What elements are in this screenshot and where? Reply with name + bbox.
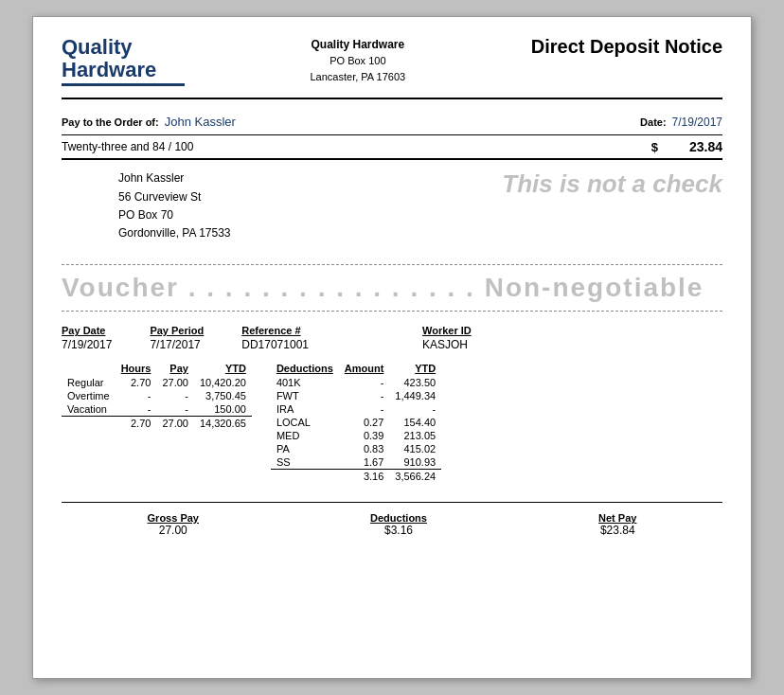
- address-line1: John Kassler: [118, 169, 231, 187]
- address-line4: Gordonville, PA 17533: [118, 224, 231, 242]
- deductions-total-label: [271, 470, 339, 484]
- deductions-total-ytd: 3,566.24: [389, 470, 441, 484]
- local-ytd: 154.40: [389, 416, 441, 429]
- company-address1: PO Box 100: [185, 53, 531, 69]
- date-value: 7/19/2017: [672, 116, 722, 129]
- earnings-table: Hours Pay YTD Regular 2.70 27.00 10,420.…: [62, 361, 252, 483]
- address-line3: PO Box 70: [118, 206, 231, 224]
- reference-label: Reference #: [241, 325, 309, 336]
- table-row: IRA - -: [271, 402, 441, 416]
- fwt-ytd: 1,449.34: [389, 389, 441, 402]
- address-line2: 56 Curveview St: [118, 188, 231, 206]
- table-row: LOCAL 0.27 154.40: [271, 416, 441, 429]
- earnings-data-table: Hours Pay YTD Regular 2.70 27.00 10,420.…: [62, 361, 252, 430]
- company-info: Quality Hardware PO Box 100 Lancaster, P…: [185, 36, 531, 84]
- logo-line2: Hardware: [62, 59, 185, 81]
- net-pay-value: $23.84: [598, 524, 636, 537]
- net-pay-col: Net Pay $23.84: [598, 512, 636, 537]
- logo-line1: Quality: [62, 36, 185, 59]
- ss-label: SS: [271, 455, 339, 470]
- company-name: Quality Hardware: [185, 36, 531, 53]
- dollar-sign: $: [651, 140, 658, 154]
- gross-pay-col: Gross Pay 27.00: [148, 512, 199, 537]
- pay-date-label: Pay Date: [62, 325, 112, 336]
- overtime-hours: -: [116, 389, 157, 402]
- tables-section: Hours Pay YTD Regular 2.70 27.00 10,420.…: [62, 361, 722, 483]
- regular-label: Regular: [62, 376, 116, 389]
- voucher-section: Voucher . . . . . . . . . . . . . . . . …: [62, 264, 722, 312]
- table-row: MED 0.39 213.05: [271, 429, 441, 442]
- ss-amount: 1.67: [339, 455, 390, 470]
- fwt-label: FWT: [271, 389, 339, 402]
- pay-period-col: Pay Period 7/17/2017: [150, 325, 204, 351]
- not-check-section: This is not a check John Kassler 56 Curv…: [62, 160, 722, 264]
- 401k-amount: -: [339, 376, 390, 389]
- amount-value: 23.84: [666, 139, 722, 154]
- logo-underline: [62, 83, 185, 86]
- regular-hours: 2.70: [116, 376, 157, 389]
- total-label: [62, 417, 116, 431]
- overtime-ytd: 3,750.45: [194, 389, 252, 402]
- net-pay-label: Net Pay: [598, 512, 636, 524]
- local-label: LOCAL: [271, 416, 339, 429]
- vacation-label: Vacation: [62, 402, 116, 417]
- 401k-ytd: 423.50: [389, 376, 441, 389]
- overtime-pay: -: [156, 389, 194, 402]
- ira-label: IRA: [271, 402, 339, 416]
- deductions-total-amount: 3.16: [339, 470, 390, 484]
- ss-ytd: 910.93: [389, 455, 441, 470]
- pa-ytd: 415.02: [389, 442, 441, 455]
- amount-words: Twenty-three and 84 / 100: [62, 140, 651, 153]
- not-a-check-text: This is not a check: [502, 169, 722, 199]
- amount-row: Twenty-three and 84 / 100 $ 23.84: [62, 135, 722, 160]
- total-pay: 27.00: [156, 417, 194, 431]
- table-row: Vacation - - 150.00: [62, 402, 252, 417]
- regular-ytd: 10,420.20: [194, 376, 252, 389]
- worker-id-value: KASJOH: [422, 338, 472, 351]
- total-ytd: 14,320.65: [194, 417, 252, 431]
- hours-header: Hours: [116, 361, 157, 376]
- 401k-label: 401K: [271, 376, 339, 389]
- ira-ytd: -: [389, 402, 441, 416]
- header: Quality Hardware Quality Hardware PO Box…: [62, 36, 722, 99]
- reference-value: DD17071001: [241, 338, 309, 351]
- deductions-col-header: Deductions: [271, 361, 339, 376]
- pay-period-label: Pay Period: [150, 325, 204, 336]
- date-label: Date:: [640, 116, 667, 128]
- local-amount: 0.27: [339, 416, 390, 429]
- fwt-amount: -: [339, 389, 390, 402]
- amount-col-header: Amount: [339, 361, 390, 376]
- ira-amount: -: [339, 402, 390, 416]
- table-row: 401K - 423.50: [271, 376, 441, 389]
- reference-col: Reference # DD17071001: [241, 325, 309, 351]
- summary-row: Gross Pay 27.00 Deductions $3.16 Net Pay…: [62, 502, 722, 537]
- gross-pay-label: Gross Pay: [148, 512, 199, 524]
- med-ytd: 213.05: [389, 429, 441, 442]
- pay-to-name: John Kassler: [165, 115, 640, 129]
- pay-to-label: Pay to the Order of:: [62, 116, 159, 128]
- deductions-ytd-header: YTD: [389, 361, 441, 376]
- voucher-header-row: Pay Date 7/19/2017 Pay Period 7/17/2017 …: [62, 325, 722, 351]
- earnings-row-header: [62, 361, 116, 376]
- pay-date-value: 7/19/2017: [62, 338, 112, 351]
- earnings-total-row: 2.70 27.00 14,320.65: [62, 417, 252, 431]
- notice-title: Direct Deposit Notice: [531, 36, 722, 58]
- table-row: Overtime - - 3,750.45: [62, 389, 252, 402]
- table-row: PA 0.83 415.02: [271, 442, 441, 455]
- table-row: FWT - 1,449.34: [271, 389, 441, 402]
- deductions-total-row: 3.16 3,566.24: [271, 470, 441, 484]
- worker-id-col: Worker ID KASJOH: [422, 325, 472, 351]
- address-block: John Kassler 56 Curveview St PO Box 70 G…: [118, 169, 231, 242]
- pay-date-col: Pay Date 7/19/2017: [62, 325, 112, 351]
- med-amount: 0.39: [339, 429, 390, 442]
- pa-amount: 0.83: [339, 442, 390, 455]
- total-hours: 2.70: [116, 417, 157, 431]
- pay-header: Pay: [156, 361, 194, 376]
- pa-label: PA: [271, 442, 339, 455]
- deductions-table: Deductions Amount YTD 401K - 423.50 FWT …: [271, 361, 722, 483]
- gross-pay-value: 27.00: [148, 524, 199, 537]
- voucher-text: Voucher . . . . . . . . . . . . . . . . …: [62, 273, 704, 302]
- ytd-header: YTD: [194, 361, 252, 376]
- logo-area: Quality Hardware: [62, 36, 185, 86]
- deductions-data-table: Deductions Amount YTD 401K - 423.50 FWT …: [271, 361, 441, 483]
